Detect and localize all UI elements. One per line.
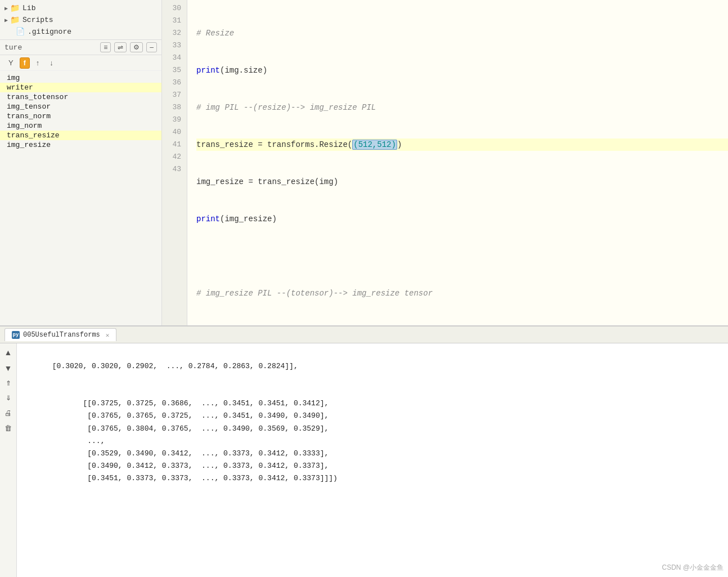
code-line-31: print(img.size) [196,64,728,77]
var-item-trans-totensor[interactable]: trans_totensor [0,92,161,102]
var-item-trans-norm[interactable]: trans_norm [0,111,161,121]
file-item-label: Scripts [23,16,53,24]
var-item-img-norm[interactable]: img_norm [0,121,161,131]
file-item-lib[interactable]: ▶ 📁 Lib [0,2,161,14]
watermark: CSDN @小金金金鱼 [662,563,723,572]
scroll-bottom-button[interactable]: ⇓ [5,393,12,403]
line-num-39: 39 [168,114,181,126]
line-numbers: 30 31 32 33 34 35 36 37 38 39 40 41 42 4… [162,0,187,325]
file-item-label: Lib [23,4,35,12]
sidebar: ▶ 📁 Lib ▶ 📁 Scripts 📄 .gitignore ture ≡ … [0,0,162,325]
filter-row: Y f ↑ ↓ [0,55,161,71]
line-num-41: 41 [168,138,181,151]
terminal-output: [0.3020, 0.3020, 0.2902, ..., 0.2784, 0.… [17,343,728,577]
output-line-6: ..., [52,437,105,445]
collapse-button[interactable]: – [146,42,157,52]
line-num-31: 31 [168,15,181,27]
file-item-gitignore[interactable]: 📄 .gitignore [0,26,161,37]
filter-down-button[interactable]: ↓ [46,57,57,69]
line-num-30: 30 [168,2,181,15]
terminal-section: py 005UsefulTransforms ✕ ▲ ▼ ⇑ ⇓ 🖨 🗑 [0.… [0,326,728,577]
var-item-img-resize[interactable]: img_resize [0,140,161,150]
output-line-4: [0.3765, 0.3765, 0.3725, ..., 0.3451, 0.… [52,411,329,420]
file-icon: 📄 [16,27,25,36]
output-line-7: [0.3529, 0.3490, 0.3412, ..., 0.3373, 0.… [52,449,329,458]
variables-list: img writer trans_totensor img_tensor tra… [0,71,161,325]
output-line-1: [0.3020, 0.3020, 0.2902, ..., 0.2784, 0.… [52,362,298,370]
line-num-33: 33 [168,39,181,52]
python-icon: py [12,331,20,339]
line-num-37: 37 [168,89,181,101]
var-item-writer[interactable]: writer [0,83,161,92]
line-num-36: 36 [168,77,181,89]
print-button[interactable]: 🖨 [3,408,13,418]
var-item-img[interactable]: img [0,73,161,83]
line-num-32: 32 [168,27,181,39]
toolbar-label: ture [5,43,22,52]
code-line-30: # Resize [196,27,728,39]
sort-az-button[interactable]: ≡ [100,42,111,52]
code-editor: 30 31 32 33 34 35 36 37 38 39 40 41 42 4… [162,0,728,325]
top-section: ▶ 📁 Lib ▶ 📁 Scripts 📄 .gitignore ture ≡ … [0,0,728,326]
code-lines[interactable]: # Resize print(img.size) # img PIL --(re… [187,0,728,325]
toolbar-row: ture ≡ ⇌ ⚙ – [0,39,161,55]
code-line-33: trans_resize = transforms.Resize((512,51… [196,138,728,151]
close-tab-icon[interactable]: ✕ [106,332,110,339]
scroll-down-button[interactable]: ▼ [3,363,14,374]
line-num-42: 42 [168,151,181,163]
code-line-36 [196,250,728,262]
file-item-label: .gitignore [28,28,71,36]
sort-za-button[interactable]: ⇌ [114,42,127,52]
line-num-40: 40 [168,126,181,138]
var-item-trans-resize[interactable]: trans_resize [0,131,161,140]
code-line-32: # img PIL --(resize)--> img_resize PIL [196,101,728,114]
output-line-9: [0.3451, 0.3373, 0.3373, ..., 0.3373, 0.… [52,474,338,482]
code-line-38: trans_resize = transforms.Resize((512,51… [196,324,728,325]
terminal-sidebar: ▲ ▼ ⇑ ⇓ 🖨 🗑 [0,343,17,577]
code-line-34: img_resize = trans_resize(img) [196,176,728,188]
clear-button[interactable]: 🗑 [3,423,13,433]
output-line-3: [[0.3725, 0.3725, 0.3686, ..., 0.3451, 0… [52,399,329,408]
filter-y-button[interactable]: Y [5,57,17,69]
arrow-icon: ▶ [5,5,8,12]
terminal-body: ▲ ▼ ⇑ ⇓ 🖨 🗑 [0.3020, 0.3020, 0.2902, ...… [0,343,728,577]
scroll-up-button[interactable]: ▲ [3,347,14,358]
terminal-tab-bar: py 005UsefulTransforms ✕ [0,326,728,343]
output-line-5: [0.3765, 0.3804, 0.3765, ..., 0.3490, 0.… [52,424,329,433]
file-item-scripts[interactable]: ▶ 📁 Scripts [0,14,161,26]
settings-button[interactable]: ⚙ [130,42,143,52]
code-content: 30 31 32 33 34 35 36 37 38 39 40 41 42 4… [162,0,728,325]
arrow-icon: ▶ [5,17,8,24]
terminal-tab-label: 005UsefulTransforms [23,331,100,339]
line-num-43: 43 [168,163,181,176]
var-item-img-tensor[interactable]: img_tensor [0,102,161,111]
line-num-38: 38 [168,101,181,114]
line-num-34: 34 [168,52,181,64]
scroll-top-button[interactable]: ⇑ [5,378,12,388]
code-line-37: # img_resize PIL --(totensor)--> img_res… [196,287,728,299]
filter-f-button[interactable]: f [20,57,30,69]
output-line-8: [0.3490, 0.3412, 0.3373, ..., 0.3373, 0.… [52,462,329,470]
terminal-tab[interactable]: py 005UsefulTransforms ✕ [5,328,116,341]
folder-icon: 📁 [10,3,20,13]
folder-icon: 📁 [10,15,20,25]
line-num-35: 35 [168,64,181,77]
file-tree: ▶ 📁 Lib ▶ 📁 Scripts 📄 .gitignore [0,0,161,39]
filter-up-button[interactable]: ↑ [32,57,44,69]
code-line-35: print(img_resize) [196,213,728,225]
